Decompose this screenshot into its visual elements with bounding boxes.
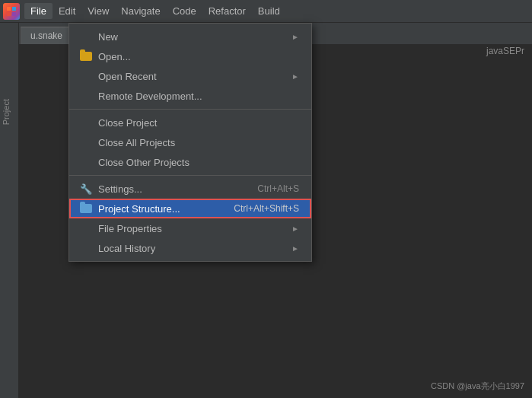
new-arrow-icon: ► [291, 33, 299, 41]
menu-item-open[interactable]: Open... [69, 46, 311, 66]
watermark: CSDN @java亮小白1997 [431, 380, 524, 392]
right-panel-label: javaSEPr [486, 46, 524, 56]
menu-item-close-other-label: Close Other Projects [98, 157, 299, 168]
separator-2 [69, 175, 311, 176]
menu-item-project-structure[interactable]: Project Structure... Ctrl+Alt+Shift+S [69, 199, 311, 218]
menu-item-new-label: New [98, 31, 291, 43]
menu-view[interactable]: View [81, 3, 115, 19]
svg-rect-2 [7, 12, 11, 16]
open-folder-icon [78, 52, 94, 61]
menubar: File Edit View Navigate Code Refactor Bu… [0, 0, 532, 23]
sidebar-project-label[interactable]: Project [2, 99, 11, 125]
menu-item-remote-dev-label: Remote Development... [98, 91, 299, 102]
menu-item-file-properties-label: File Properties [98, 223, 291, 234]
menu-navigate[interactable]: Navigate [115, 3, 166, 19]
ide-background: File Edit View Navigate Code Refactor Bu… [0, 0, 532, 398]
sidebar: Project [0, 23, 19, 398]
menu-item-close-all-label: Close All Projects [98, 137, 299, 148]
svg-rect-0 [7, 7, 11, 11]
separator-1 [69, 109, 311, 110]
menu-item-close-project[interactable]: Close Project [69, 113, 311, 132]
menu-item-file-properties[interactable]: File Properties ► [69, 218, 311, 238]
menu-refactor[interactable]: Refactor [202, 3, 252, 19]
tab-snake[interactable]: u.snake [21, 27, 72, 44]
project-structure-folder-icon [78, 204, 94, 213]
menu-item-close-all[interactable]: Close All Projects [69, 132, 311, 152]
settings-wrench-icon: 🔧 [78, 183, 94, 195]
menu-item-project-structure-label: Project Structure... [98, 203, 218, 215]
menu-item-remote-dev[interactable]: Remote Development... [69, 86, 311, 106]
local-history-arrow-icon: ► [291, 244, 299, 253]
svg-rect-1 [12, 7, 16, 11]
app-logo [3, 3, 20, 20]
menu-item-local-history-label: Local History [98, 243, 291, 254]
menu-item-settings-label: Settings... [98, 183, 242, 195]
open-recent-arrow-icon: ► [291, 72, 299, 81]
menu-item-local-history[interactable]: Local History ► [69, 238, 311, 258]
menu-code[interactable]: Code [167, 3, 202, 19]
file-properties-arrow-icon: ► [291, 224, 299, 233]
svg-rect-3 [12, 12, 16, 16]
menu-edit[interactable]: Edit [53, 3, 81, 19]
menu-file[interactable]: File [24, 3, 53, 19]
menu-item-open-label: Open... [98, 51, 299, 62]
menu-item-new[interactable]: New ► [69, 27, 311, 46]
settings-shortcut: Ctrl+Alt+S [257, 183, 299, 194]
menu-item-open-recent[interactable]: Open Recent ► [69, 66, 311, 86]
menu-item-open-recent-label: Open Recent [98, 71, 291, 82]
file-dropdown-menu: New ► Open... Open Recent ► Remote Devel… [68, 23, 312, 262]
menu-item-close-project-label: Close Project [98, 117, 299, 129]
menu-item-close-other[interactable]: Close Other Projects [69, 152, 311, 172]
menu-build[interactable]: Build [252, 3, 286, 19]
project-structure-shortcut: Ctrl+Alt+Shift+S [234, 203, 299, 214]
menu-item-settings[interactable]: 🔧 Settings... Ctrl+Alt+S [69, 179, 311, 199]
